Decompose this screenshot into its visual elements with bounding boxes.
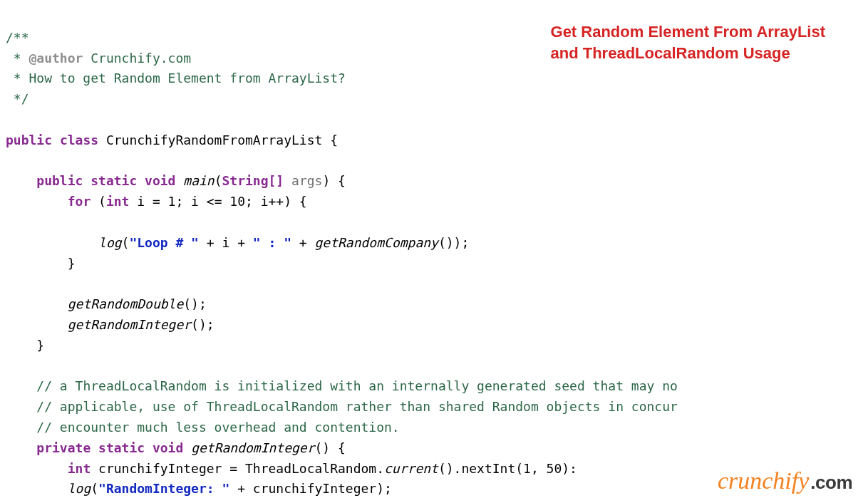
paren: ( (215, 173, 222, 188)
kw-void: void (145, 173, 175, 188)
kw-public: public (36, 173, 83, 188)
headline: Get Random Element From ArrayList and Th… (551, 21, 825, 63)
kw-int: int (68, 461, 91, 476)
paren-brace: ) { (322, 173, 346, 188)
logo-brand: crunchify (718, 467, 809, 494)
headline-line2: and ThreadLocalRandom Usage (551, 44, 790, 62)
str-loop: "Loop # " (129, 235, 199, 250)
call-log: log (68, 481, 91, 496)
javadoc-close: */ (6, 91, 29, 106)
paren: ( (91, 481, 98, 496)
javadoc-author-tag: @author (29, 51, 83, 66)
paren-brace: () { (315, 440, 346, 455)
kw-public: public (6, 133, 52, 147)
call-empty: (); (183, 296, 207, 311)
javadoc-star: * (6, 51, 29, 66)
javadoc-open: /** (6, 30, 29, 45)
concat: + i + (199, 235, 253, 250)
str-randint: "RandomInteger: " (98, 481, 229, 496)
call-getRandomDouble: getRandomDouble (68, 296, 184, 311)
headline-line1: Get Random Element From ArrayList (551, 23, 825, 41)
method-getRandomInteger: getRandomInteger (191, 440, 314, 455)
method-main: main (183, 173, 214, 188)
param-args: args (284, 173, 322, 188)
kw-void: void (153, 440, 183, 455)
code-block: /** * @author Crunchify.com * How to get… (6, 7, 868, 499)
plus-var: + crunchifyInteger); (229, 481, 392, 496)
javadoc-desc: * How to get Random Element from ArrayLi… (6, 71, 346, 85)
call-nextint: ().nextInt(1, 50): (438, 461, 577, 476)
call-current: current (384, 461, 438, 476)
call-end: ()); (438, 235, 469, 250)
kw-static: static (91, 173, 137, 188)
type-string-arr: String[] (222, 173, 284, 188)
comment-tlr1: // a ThreadLocalRandom is initialized wi… (36, 378, 677, 393)
call-getRandomCompany: getRandomCompany (315, 235, 438, 250)
class-name: CrunchifyRandomFromArrayList (106, 133, 322, 147)
plus: + (291, 235, 315, 250)
call-log: log (98, 235, 122, 250)
call-getRandomInteger: getRandomInteger (68, 317, 191, 332)
call-empty: (); (191, 317, 215, 332)
brace-close: } (36, 338, 44, 353)
comment-tlr2: // applicable, use of ThreadLocalRandom … (36, 399, 677, 414)
kw-for: for (68, 194, 91, 209)
kw-int: int (106, 194, 130, 209)
var-decl: crunchifyInteger = ThreadLocalRandom. (91, 461, 384, 476)
str-colon: " : " (253, 235, 291, 250)
for-init: i = 1; i <= 10; i++) { (129, 194, 306, 209)
kw-private: private (36, 440, 91, 455)
javadoc-author-val: Crunchify.com (83, 51, 191, 66)
brace: { (322, 133, 338, 147)
brand-logo: crunchify.com (718, 462, 852, 500)
comment-tlr3: // encounter much less overhead and cont… (36, 420, 399, 435)
for-open: ( (91, 194, 106, 209)
kw-class: class (60, 133, 98, 147)
kw-static: static (98, 440, 145, 455)
brace-close: } (68, 256, 76, 271)
logo-suffix: .com (810, 472, 852, 493)
paren: ( (122, 235, 130, 250)
